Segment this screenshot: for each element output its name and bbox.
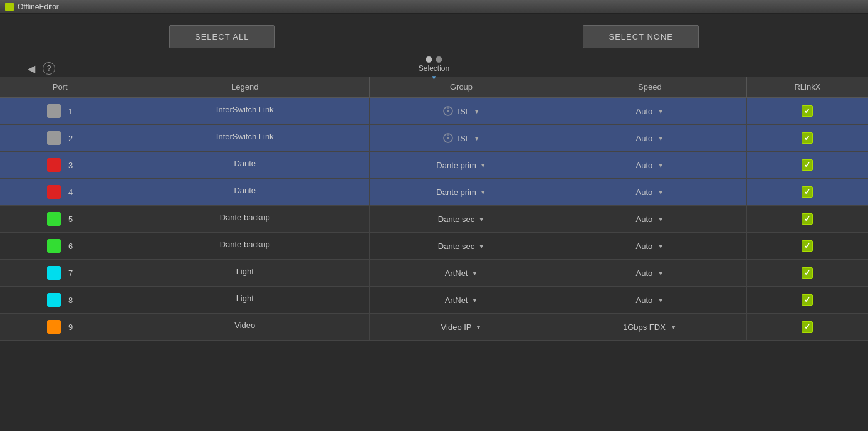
group-cell: ArtNet ▼ — [370, 260, 553, 287]
speed-dropdown-arrow[interactable]: ▼ — [657, 162, 664, 169]
speed-dropdown-arrow[interactable]: ▼ — [657, 216, 664, 223]
group-text: ISL — [458, 134, 470, 143]
svg-point-4 — [447, 137, 449, 139]
nav-row: ◀ ? Selection ▼ — [0, 60, 868, 77]
group-cell: ISL ▼ — [370, 97, 553, 125]
rlinkx-checkbox[interactable] — [802, 213, 813, 225]
speed-value: Auto — [636, 188, 653, 197]
port-cell: 2 — [0, 125, 120, 152]
group-dropdown-arrow[interactable]: ▼ — [476, 324, 482, 331]
legend-text: Dante — [207, 159, 283, 171]
port-number: 2 — [68, 134, 73, 143]
speed-value: Auto — [636, 107, 653, 116]
speed-value: Auto — [636, 269, 653, 278]
port-color-box — [47, 158, 61, 172]
rlinkx-cell — [746, 179, 868, 206]
back-arrow[interactable]: ◀ — [25, 62, 38, 75]
table-row[interactable]: 3 Dante Dante prim ▼ Auto ▼ — [0, 152, 868, 179]
speed-dropdown-arrow[interactable]: ▼ — [657, 297, 664, 304]
col-rlinkx: RLinkX — [746, 77, 868, 97]
rlinkx-checkbox[interactable] — [802, 267, 813, 279]
group-dropdown-arrow[interactable]: ▼ — [471, 297, 478, 304]
rlinkx-checkbox[interactable] — [802, 240, 813, 252]
isl-icon — [442, 132, 454, 144]
speed-dropdown-arrow[interactable]: ▼ — [671, 324, 677, 331]
speed-value: Auto — [636, 242, 653, 251]
speed-dropdown-arrow[interactable]: ▼ — [657, 108, 664, 115]
legend-cell: Dante — [120, 152, 370, 179]
port-table: Port Legend Group Speed RLinkX 1 InterSw… — [0, 77, 868, 341]
isl-icon — [442, 105, 454, 117]
port-color-box — [47, 104, 61, 118]
rlinkx-checkbox[interactable] — [802, 294, 813, 306]
group-text: Dante sec — [438, 215, 475, 224]
table-row[interactable]: 8 Light ArtNet ▼ Auto ▼ — [0, 287, 868, 314]
dot-2 — [436, 56, 442, 63]
legend-cell: Dante — [120, 179, 370, 206]
col-group: Group — [370, 77, 553, 97]
table-row[interactable]: 9 Video Video IP ▼ 1Gbps FDX ▼ — [0, 314, 868, 341]
selection-dots — [426, 56, 442, 63]
rlinkx-cell — [746, 152, 868, 179]
group-dropdown-arrow[interactable]: ▼ — [478, 243, 484, 250]
speed-dropdown-arrow[interactable]: ▼ — [657, 189, 664, 196]
group-dropdown-arrow[interactable]: ▼ — [474, 108, 480, 115]
table-row[interactable]: 2 InterSwitch Link ISL ▼ Auto ▼ — [0, 125, 868, 152]
speed-dropdown-arrow[interactable]: ▼ — [657, 270, 664, 277]
legend-text: Video — [207, 321, 283, 333]
port-cell: 7 — [0, 260, 120, 287]
group-dropdown-arrow[interactable]: ▼ — [478, 216, 484, 223]
rlinkx-cell — [746, 97, 868, 125]
rlinkx-checkbox[interactable] — [802, 321, 813, 333]
speed-value: Auto — [636, 215, 653, 224]
rlinkx-checkbox[interactable] — [802, 132, 813, 144]
legend-text: Light — [207, 294, 283, 306]
speed-dropdown-arrow[interactable]: ▼ — [657, 135, 664, 142]
table-row[interactable]: 1 InterSwitch Link ISL ▼ Auto ▼ — [0, 97, 868, 125]
legend-cell: Video — [120, 314, 370, 341]
table-row[interactable]: 4 Dante Dante prim ▼ Auto ▼ — [0, 179, 868, 206]
rlinkx-checkbox[interactable] — [802, 159, 813, 171]
group-text: Video IP — [441, 322, 472, 332]
legend-cell: Dante backup — [120, 233, 370, 260]
group-dropdown-arrow[interactable]: ▼ — [474, 135, 480, 142]
legend-text: Dante — [207, 186, 283, 198]
select-none-button[interactable]: SELECT NONE — [583, 25, 699, 48]
port-number: 5 — [68, 215, 73, 224]
dot-1 — [426, 56, 432, 63]
rlinkx-cell — [746, 233, 868, 260]
group-text: ArtNet — [445, 295, 468, 305]
port-color-box — [47, 266, 61, 280]
port-number: 8 — [68, 295, 73, 305]
port-number: 9 — [68, 322, 73, 332]
speed-cell: Auto ▼ — [553, 179, 746, 206]
group-dropdown-arrow[interactable]: ▼ — [480, 162, 486, 169]
port-number: 1 — [68, 107, 73, 116]
table-row[interactable]: 5 Dante backup Dante sec ▼ Auto ▼ — [0, 206, 868, 233]
group-cell: Dante prim ▼ — [370, 179, 553, 206]
rlinkx-cell — [746, 206, 868, 233]
speed-cell: Auto ▼ — [553, 233, 746, 260]
col-legend: Legend — [120, 77, 370, 97]
speed-value: Auto — [636, 134, 653, 143]
group-cell: Video IP ▼ — [370, 314, 553, 341]
rlinkx-cell — [746, 287, 868, 314]
group-text: Dante prim — [436, 188, 476, 197]
help-button[interactable]: ? — [43, 62, 55, 75]
table-row[interactable]: 6 Dante backup Dante sec ▼ Auto ▼ — [0, 233, 868, 260]
speed-value: 1Gbps FDX — [623, 322, 666, 332]
select-all-button[interactable]: SELECT ALL — [169, 25, 275, 48]
group-dropdown-arrow[interactable]: ▼ — [480, 189, 486, 196]
speed-dropdown-arrow[interactable]: ▼ — [657, 243, 664, 250]
rlinkx-checkbox[interactable] — [802, 105, 813, 117]
legend-cell: InterSwitch Link — [120, 125, 370, 152]
port-number: 4 — [68, 188, 73, 197]
rlinkx-checkbox[interactable] — [802, 186, 813, 198]
table-row[interactable]: 7 Light ArtNet ▼ Auto ▼ — [0, 260, 868, 287]
legend-cell: Dante backup — [120, 206, 370, 233]
speed-cell: Auto ▼ — [553, 152, 746, 179]
group-cell: Dante sec ▼ — [370, 206, 553, 233]
port-cell: 5 — [0, 206, 120, 233]
group-dropdown-arrow[interactable]: ▼ — [471, 270, 478, 277]
port-color-box — [47, 185, 61, 199]
